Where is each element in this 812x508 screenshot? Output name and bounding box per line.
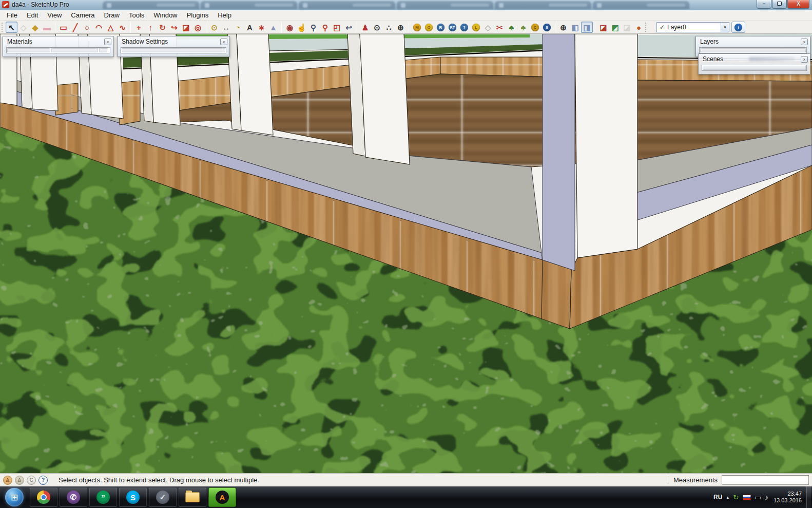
protractor-tool-button[interactable]: ◔ bbox=[232, 22, 244, 33]
scenes-panel[interactable]: Scenes x bbox=[698, 53, 810, 74]
layer-toolbar-grip[interactable] bbox=[645, 23, 648, 32]
target-tool-button[interactable]: ⊕ bbox=[395, 22, 407, 33]
shadow-toggle-a-button[interactable]: ◧ bbox=[569, 22, 581, 33]
axes-tool-button[interactable]: ∗ bbox=[256, 22, 267, 33]
rotate-tool-button[interactable]: ↻ bbox=[157, 22, 168, 33]
menu-file[interactable]: File bbox=[2, 11, 22, 20]
plugin-tree-button[interactable]: ♣ bbox=[506, 22, 517, 33]
shadow-settings-panel-collapsed-bar[interactable] bbox=[121, 47, 226, 53]
language-indicator[interactable]: RU bbox=[713, 494, 722, 501]
menu-help[interactable]: Help bbox=[213, 11, 236, 20]
materials-panel-close-button[interactable]: x bbox=[104, 39, 111, 45]
zoom-extents-tool-button[interactable]: ◰ bbox=[331, 22, 343, 33]
menu-plugins[interactable]: Plugins bbox=[182, 11, 214, 20]
measurements-input[interactable] bbox=[722, 475, 809, 485]
zoom-previous-tool-button[interactable]: ↩ bbox=[343, 22, 355, 33]
menu-tools[interactable]: Tools bbox=[124, 11, 149, 20]
language-flag-icon[interactable] bbox=[743, 495, 751, 500]
section-display-toggle-button[interactable]: ◩ bbox=[609, 22, 621, 33]
plugin-rt-button[interactable]: RT bbox=[447, 22, 458, 33]
skype-button[interactable]: S bbox=[119, 487, 147, 507]
menu-draw[interactable]: Draw bbox=[100, 11, 124, 20]
shadow-toggle-b-button[interactable]: ◨ bbox=[581, 22, 593, 33]
offset-tool-button[interactable]: ◎ bbox=[192, 22, 204, 33]
orbit-tool-button[interactable]: ◉ bbox=[284, 22, 296, 33]
paint-bucket-button[interactable]: ◆ bbox=[29, 22, 41, 33]
arc-tool-button[interactable]: ◠ bbox=[93, 22, 105, 33]
push-pull-tool-button[interactable]: ↑ bbox=[145, 22, 157, 33]
plugin-diamond-button[interactable]: ◇ bbox=[482, 22, 494, 33]
show-desktop-button[interactable] bbox=[806, 486, 811, 508]
explorer-button[interactable] bbox=[179, 487, 206, 507]
chrome-button[interactable] bbox=[30, 487, 57, 507]
pan-tool-button[interactable]: ☝ bbox=[296, 22, 307, 33]
materials-panel-collapsed-bar[interactable] bbox=[6, 47, 110, 53]
tape-measure-tool-button[interactable]: ⊙ bbox=[208, 22, 220, 33]
rectangle-tool-button[interactable]: ▭ bbox=[57, 22, 69, 33]
plugin-help-button[interactable]: ? bbox=[458, 22, 470, 33]
menu-edit[interactable]: Edit bbox=[22, 11, 43, 20]
plugin-coin-button[interactable]: C bbox=[529, 22, 541, 33]
plugin-cut-button[interactable]: ✂ bbox=[494, 22, 506, 33]
follow-me-tool-button[interactable]: ↪ bbox=[168, 22, 180, 33]
display-icon[interactable]: ▭ bbox=[755, 494, 761, 501]
clock[interactable]: 23:47 13.03.2016 bbox=[774, 491, 802, 504]
layer-combobox-arrow-icon[interactable]: ▾ bbox=[721, 23, 729, 32]
freehand-tool-button[interactable]: ∿ bbox=[117, 22, 128, 33]
plugin-l-button[interactable]: L bbox=[470, 22, 482, 33]
shadow-settings-panel[interactable]: Shadow Settings x bbox=[117, 36, 230, 57]
plugin-pause-button[interactable]: II bbox=[541, 22, 553, 33]
layer-info-button[interactable]: i bbox=[731, 22, 745, 33]
walk-tool-button[interactable]: ∴ bbox=[383, 22, 395, 33]
3d-viewport[interactable] bbox=[0, 34, 812, 473]
section-plane-tool-button[interactable]: ◪ bbox=[597, 22, 609, 33]
shadow-settings-panel-header[interactable]: Shadow Settings x bbox=[118, 36, 229, 47]
user-location-icon[interactable]: ♙ bbox=[15, 476, 24, 485]
scenes-panel-close-button[interactable]: x bbox=[801, 56, 808, 63]
scenes-panel-header[interactable]: Scenes x bbox=[699, 54, 810, 64]
3d-text-tool-button[interactable]: ▲ bbox=[267, 22, 279, 33]
materials-panel[interactable]: Materials x bbox=[3, 36, 114, 57]
dimension-tool-button[interactable]: ↔ bbox=[220, 22, 232, 33]
plugin-tree-red-button[interactable]: ♣ bbox=[517, 22, 529, 33]
zoom-tool-button[interactable]: ⚲ bbox=[307, 22, 319, 33]
menu-window[interactable]: Window bbox=[149, 11, 182, 20]
start-button[interactable]: ⊞ bbox=[1, 487, 28, 507]
updates-icon[interactable]: ↻ bbox=[733, 494, 739, 501]
polygon-tool-button[interactable]: △ bbox=[105, 22, 117, 33]
plugin-o-button[interactable]: O bbox=[423, 22, 435, 33]
tray-expand-icon[interactable]: ▴ bbox=[726, 495, 729, 500]
zoom-window-tool-button[interactable]: ⚲ bbox=[319, 22, 331, 33]
close-button[interactable]: X bbox=[787, 0, 809, 9]
volume-icon[interactable]: ♪ bbox=[765, 494, 768, 501]
plugin-r-button[interactable]: R bbox=[435, 22, 447, 33]
text-tool-button[interactable]: A bbox=[244, 22, 256, 33]
geolocation-icon[interactable]: ♙ bbox=[3, 476, 12, 485]
checker-app-button[interactable]: ✓ bbox=[149, 487, 177, 507]
layer-combobox[interactable]: ✓ Layer0 ▾ bbox=[656, 22, 729, 32]
layers-panel-header[interactable]: Layers x bbox=[696, 36, 810, 47]
scale-tool-button[interactable]: ◪ bbox=[180, 22, 192, 33]
position-camera-tool-button[interactable]: ♟ bbox=[359, 22, 371, 33]
viber-button[interactable]: ✆ bbox=[60, 487, 87, 507]
toolbar-grip[interactable] bbox=[2, 23, 4, 32]
eraser-tool-button[interactable]: ▬ bbox=[41, 22, 53, 33]
help-icon[interactable]: ? bbox=[38, 476, 48, 485]
credits-icon[interactable]: C bbox=[27, 476, 36, 485]
layers-panel-close-button[interactable]: x bbox=[801, 39, 808, 45]
circle-tool-button[interactable]: ○ bbox=[81, 22, 93, 33]
aimp-button[interactable]: A bbox=[208, 487, 236, 507]
shadow-settings-panel-close-button[interactable]: x bbox=[220, 39, 227, 45]
scenes-panel-collapsed-bar[interactable] bbox=[702, 65, 807, 71]
compass-tool-button[interactable]: ⊕ bbox=[557, 22, 569, 33]
hangouts-button[interactable]: ” bbox=[89, 487, 117, 507]
move-tool-button[interactable]: + bbox=[133, 22, 145, 33]
menu-view[interactable]: View bbox=[43, 11, 66, 20]
materials-panel-header[interactable]: Materials x bbox=[3, 36, 113, 47]
menu-camera[interactable]: Camera bbox=[66, 11, 99, 20]
layers-panel-collapsed-bar[interactable] bbox=[699, 47, 807, 53]
line-tool-button[interactable]: ╱ bbox=[69, 22, 81, 33]
report-bug-plugin-button[interactable]: ● bbox=[633, 22, 645, 33]
plugin-m-button[interactable]: M bbox=[411, 22, 423, 33]
restore-button[interactable] bbox=[772, 0, 787, 9]
